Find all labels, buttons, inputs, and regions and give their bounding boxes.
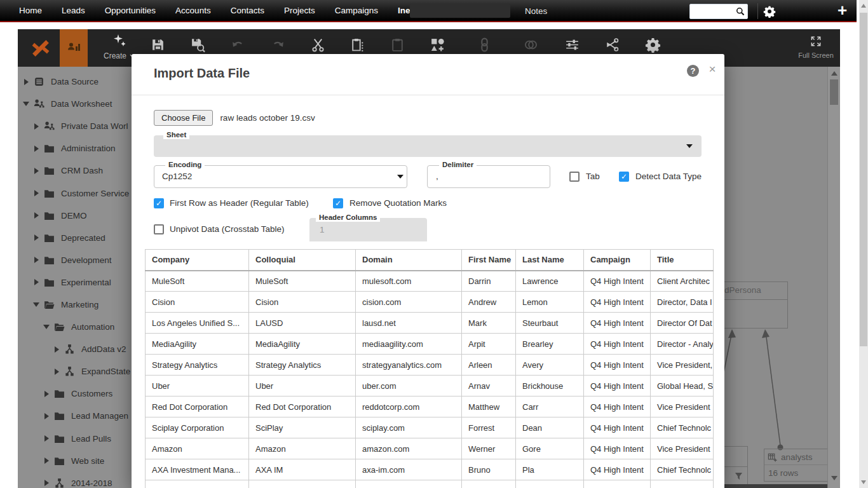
inetsoft-logo-icon[interactable] bbox=[23, 29, 58, 67]
table-cell: Arpit bbox=[462, 334, 516, 355]
tree-collapse-icon[interactable] bbox=[53, 369, 60, 375]
nav-item-accounts[interactable]: Accounts bbox=[175, 6, 211, 15]
nav-item-campaigns[interactable]: Campaigns bbox=[335, 6, 378, 15]
tree-expand-icon[interactable] bbox=[43, 325, 50, 329]
tree-item-development[interactable]: Development bbox=[18, 249, 133, 271]
tree-collapse-icon[interactable] bbox=[33, 146, 39, 152]
persona-node[interactable]: dPersona bbox=[721, 281, 788, 329]
tree-collapse-icon[interactable] bbox=[33, 168, 39, 174]
tree-item-administration[interactable]: Administration bbox=[18, 137, 133, 159]
scroll-down-icon[interactable] bbox=[861, 480, 866, 484]
scroll-up-icon[interactable] bbox=[861, 4, 866, 8]
preview-table: CompanyColloquialDomainFirst NameLast Na… bbox=[145, 249, 714, 488]
table-cell: Interim Chief I bbox=[651, 480, 714, 488]
browser-scrollbar[interactable] bbox=[859, 0, 868, 488]
delimiter-value: , bbox=[436, 172, 438, 181]
tree-collapse-icon[interactable] bbox=[33, 279, 39, 285]
tree-item-experimental[interactable]: Experimental bbox=[18, 271, 133, 294]
scroll-down-icon[interactable] bbox=[831, 476, 837, 480]
search-box[interactable] bbox=[689, 4, 748, 19]
nav-item-home[interactable]: Home bbox=[19, 6, 42, 15]
canvas-scrollbar-thumb[interactable] bbox=[830, 79, 838, 105]
nav-empty-field[interactable] bbox=[410, 4, 510, 18]
encoding-caret-icon[interactable] bbox=[397, 175, 403, 179]
tree-item-data-source[interactable]: Data Source bbox=[18, 71, 133, 93]
table-cell: Cision bbox=[146, 292, 249, 313]
sheet-select[interactable] bbox=[154, 135, 702, 157]
detect-data-type-checkbox[interactable]: ✓ bbox=[619, 172, 629, 182]
tree-item-data-worksheet[interactable]: Data Worksheet bbox=[18, 93, 133, 115]
save-icon[interactable] bbox=[149, 36, 166, 53]
canvas-scrollbar[interactable] bbox=[827, 67, 840, 488]
table-cell: Steurbaut bbox=[516, 313, 584, 334]
tree-item-marketing[interactable]: Marketing bbox=[18, 294, 133, 316]
tree-item-customer-service[interactable]: Customer Service bbox=[18, 182, 133, 204]
tree-item-expandstate[interactable]: ExpandState bbox=[18, 360, 133, 383]
nav-item-opportunities[interactable]: Opportunities bbox=[105, 6, 156, 15]
table-cell: Mark bbox=[462, 313, 516, 334]
full-screen-button[interactable]: Full Screen bbox=[794, 29, 837, 67]
tree-collapse-icon[interactable] bbox=[33, 212, 39, 219]
active-worksheet-button[interactable] bbox=[60, 29, 88, 67]
tree-item-label: Deprecated bbox=[61, 233, 105, 243]
nav-settings-gear-icon[interactable] bbox=[763, 5, 776, 18]
tree-collapse-icon[interactable] bbox=[43, 458, 50, 464]
cut-icon[interactable] bbox=[309, 36, 326, 53]
tree-collapse-icon[interactable] bbox=[23, 79, 29, 85]
nav-item-contacts[interactable]: Contacts bbox=[231, 6, 264, 15]
table-cell: Strategy Analytics bbox=[146, 355, 249, 376]
nav-item-notes[interactable]: Notes bbox=[525, 6, 547, 16]
tree-item-automation[interactable]: Automation bbox=[18, 316, 133, 338]
nav-item-projects[interactable]: Projects bbox=[284, 6, 315, 15]
encoding-value: Cp1252 bbox=[162, 172, 192, 181]
tree-collapse-icon[interactable] bbox=[43, 480, 50, 486]
tab-checkbox[interactable] bbox=[569, 172, 580, 182]
table-cell: Brearley bbox=[516, 334, 584, 355]
tree-expand-icon[interactable] bbox=[33, 302, 39, 307]
tree-item-private-data-worl[interactable]: Private Data Worl bbox=[18, 115, 133, 137]
sheet-caret-icon[interactable] bbox=[686, 144, 693, 148]
tree-item-deprecated[interactable]: Deprecated bbox=[18, 227, 133, 249]
nav-item-leads[interactable]: Leads bbox=[62, 6, 85, 15]
tree-collapse-icon[interactable] bbox=[33, 190, 39, 196]
paste-special-icon[interactable] bbox=[349, 36, 365, 53]
insert-objects-icon[interactable] bbox=[429, 36, 445, 53]
scroll-up-icon[interactable] bbox=[831, 71, 837, 76]
tree-collapse-icon[interactable] bbox=[33, 257, 39, 263]
tree-item-lead-pulls[interactable]: Lead Pulls bbox=[18, 428, 133, 450]
tree-item-customers[interactable]: Customers bbox=[18, 383, 133, 405]
page: HomeLeadsOpportunitiesAccountsContactsPr… bbox=[0, 0, 868, 488]
tree-item-web-site[interactable]: Web site bbox=[18, 450, 133, 472]
redo-icon bbox=[269, 36, 286, 53]
table-row: Strategy AnalyticsStrategy Analyticsstra… bbox=[146, 355, 714, 376]
tree-collapse-icon[interactable] bbox=[53, 346, 60, 353]
choose-file-button[interactable]: Choose File bbox=[154, 110, 213, 126]
table-cell: Brickhouse bbox=[516, 376, 584, 396]
remove-quotes-checkbox[interactable]: ✓ bbox=[333, 198, 343, 208]
tree-collapse-icon[interactable] bbox=[43, 413, 50, 419]
unpivot-label: Unpivot Data (Crosstab Table) bbox=[170, 224, 285, 234]
search-input[interactable] bbox=[690, 6, 735, 17]
browser-scrollbar-thumb[interactable] bbox=[860, 13, 867, 346]
tree-collapse-icon[interactable] bbox=[33, 234, 39, 241]
help-icon[interactable]: ? bbox=[687, 65, 699, 77]
tree-collapse-icon[interactable] bbox=[43, 435, 50, 442]
save-as-icon[interactable] bbox=[189, 36, 206, 53]
first-row-header-checkbox[interactable]: ✓ bbox=[154, 198, 164, 208]
tree-item-adddata-v2[interactable]: AddData v2 bbox=[18, 338, 133, 360]
tree-expand-icon[interactable] bbox=[23, 102, 29, 106]
tree-item-lead-managen[interactable]: Lead Managen bbox=[18, 405, 133, 427]
settings-icon[interactable] bbox=[644, 36, 661, 53]
tree-collapse-icon[interactable] bbox=[43, 391, 50, 397]
tree-item-crm-dash[interactable]: CRM Dash bbox=[18, 159, 133, 182]
close-icon[interactable]: × bbox=[705, 62, 719, 76]
share-icon[interactable] bbox=[604, 36, 620, 53]
tree-item-demo[interactable]: DEMO bbox=[18, 205, 133, 227]
table-cell: Lemon bbox=[516, 292, 584, 313]
conditions-icon[interactable] bbox=[564, 36, 580, 53]
tree-collapse-icon[interactable] bbox=[33, 123, 39, 130]
tree-item-2014-2018[interactable]: 2014-2018 bbox=[18, 472, 133, 488]
analysts-node[interactable]: analysts 16 rows bbox=[764, 449, 837, 482]
unpivot-checkbox[interactable] bbox=[154, 224, 164, 234]
nav-add-icon[interactable]: + bbox=[837, 1, 847, 20]
